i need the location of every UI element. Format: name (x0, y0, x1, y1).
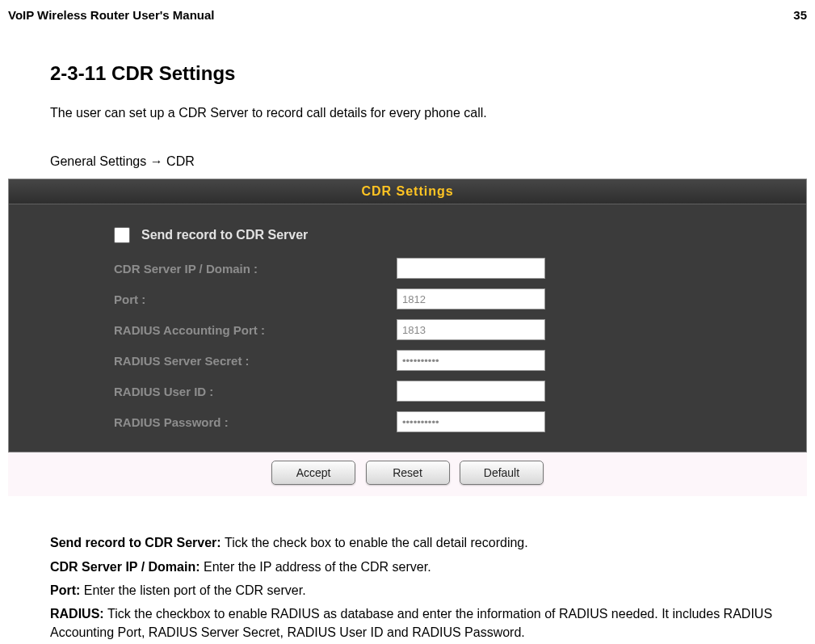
send-record-checkbox[interactable] (114, 227, 130, 243)
note-cdr-ip-text: Enter the IP address of the CDR server. (204, 560, 431, 574)
radius-user-id-input[interactable] (397, 381, 545, 402)
note-port-bold: Port: (50, 583, 84, 597)
breadcrumb-suffix: CDR (166, 154, 195, 168)
default-button[interactable]: Default (460, 461, 544, 485)
panel-title: CDR Settings (9, 179, 806, 204)
radius-accounting-port-label: RADIUS Accounting Port : (114, 323, 397, 337)
cdr-settings-panel: CDR Settings Send record to CDR Server C… (8, 179, 807, 496)
note-send-record-bold: Send record to CDR Server: (50, 536, 225, 549)
radius-password-label: RADIUS Password : (114, 415, 397, 429)
breadcrumb-arrow-icon: → (150, 154, 163, 168)
note-cdr-ip: CDR Server IP / Domain: Enter the IP add… (50, 558, 799, 576)
doc-title: VoIP Wireless Router User's Manual (8, 8, 214, 22)
note-radius-text: Tick the checkbox to enable RADIUS as da… (50, 607, 772, 639)
cdr-server-ip-label: CDR Server IP / Domain : (114, 262, 397, 276)
note-cdr-ip-bold: CDR Server IP / Domain: (50, 560, 204, 574)
radius-server-secret-label: RADIUS Server Secret : (114, 354, 397, 368)
note-port: Port: Enter the listen port of the CDR s… (50, 581, 799, 600)
cdr-server-ip-input[interactable] (397, 258, 545, 279)
note-radius-bold: RADIUS: (50, 607, 107, 621)
section-description: The user can set up a CDR Server to reco… (50, 104, 799, 122)
note-radius: RADIUS: Tick the checkbox to enable RADI… (50, 604, 799, 642)
radius-accounting-port-input[interactable] (397, 319, 545, 340)
accept-button[interactable]: Accept (271, 461, 355, 485)
radius-user-id-label: RADIUS User ID : (114, 385, 397, 398)
radius-password-input[interactable] (397, 411, 545, 432)
reset-button[interactable]: Reset (366, 461, 450, 485)
port-label: Port : (114, 293, 397, 306)
breadcrumb-prefix: General Settings (50, 154, 150, 168)
send-record-label: Send record to CDR Server (141, 228, 308, 242)
section-heading: 2-3-11 CDR Settings (50, 62, 799, 85)
note-send-record: Send record to CDR Server: Tick the chec… (50, 533, 799, 552)
note-send-record-text: Tick the check box to enable the call de… (225, 536, 528, 549)
note-port-text: Enter the listen port of the CDR server. (84, 583, 306, 597)
radius-server-secret-input[interactable] (397, 350, 545, 371)
breadcrumb: General Settings → CDR (50, 154, 799, 169)
page-number: 35 (793, 8, 807, 22)
port-input[interactable] (397, 288, 545, 309)
